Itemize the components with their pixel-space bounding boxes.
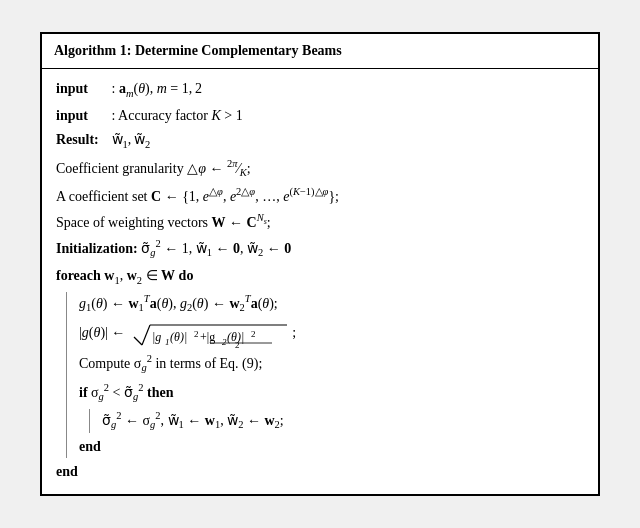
input-content-2: : Accuracy factor K > 1 <box>108 105 243 127</box>
if-text: if σg2 < σ̃g2 then <box>79 380 173 406</box>
algorithm-header: Algorithm 1: Determine Complementary Bea… <box>42 34 598 69</box>
svg-text:2: 2 <box>235 340 240 349</box>
keyword-input-1: input <box>56 78 108 100</box>
foreach-text: foreach w1, w2 ∈ W do <box>56 265 193 290</box>
svg-text:2: 2 <box>194 329 199 339</box>
line-weight-space: Space of weighting vectors W ← CNs; <box>56 209 584 235</box>
algorithm-title: Algorithm 1: Determine Complementary Bea… <box>54 43 342 58</box>
line-coeff-gran: Coefficient granularity △φ ← 2π⁄K; <box>56 155 584 183</box>
line-compute-sigma: Compute σg2 in terms of Eq. (9); <box>79 350 584 378</box>
line-if: if σg2 < σ̃g2 then <box>79 379 584 407</box>
if-bar <box>89 409 90 433</box>
end-if-text: end <box>79 436 101 458</box>
if-body-text: σ̃g2 ← σg2, w̃1 ← w1, w̃2 ← w2; <box>102 408 284 434</box>
svg-text:|g: |g <box>152 330 161 344</box>
end-foreach-text: end <box>56 461 78 483</box>
g1g2-text: g1(θ) ← w1Ta(θ), g2(θ) ← w2Ta(θ); <box>79 291 278 317</box>
init-text: Initialization: σ̃g2 ← 1, w̃1 ← 0, w̃2 ←… <box>56 236 291 262</box>
coeff-gran-text: Coefficient granularity △φ ← 2π⁄K; <box>56 156 251 182</box>
result-content: w̃1, w̃2 <box>108 129 150 154</box>
if-body-content: σ̃g2 ← σg2, w̃1 ← w1, w̃2 ← w2; <box>102 407 584 435</box>
svg-line-0 <box>134 337 142 345</box>
line-g1g2: g1(θ) ← w1Ta(θ), g2(θ) ← w2Ta(θ); <box>79 290 584 318</box>
foreach-body-content: g1(θ) ← w1Ta(θ), g2(θ) ← w2Ta(θ); |g(θ)|… <box>79 290 584 459</box>
svg-text:2: 2 <box>251 329 256 339</box>
line-if-body: σ̃g2 ← σg2, w̃1 ← w1, w̃2 ← w2; <box>102 407 584 435</box>
svg-text:1: 1 <box>165 337 170 347</box>
line-end-if: end <box>79 435 584 459</box>
algorithm-body: input : am(θ), m = 1, 2 input : Accuracy… <box>42 69 598 494</box>
line-input-1: input : am(θ), m = 1, 2 <box>56 77 584 104</box>
line-foreach: foreach w1, w2 ∈ W do <box>56 264 584 291</box>
line-end-foreach: end <box>56 460 584 484</box>
line-init: Initialization: σ̃g2 ← 1, w̃1 ← 0, w̃2 ←… <box>56 235 584 263</box>
coeff-set-text: A coefficient set C ← {1, e△φ, e2△φ, …, … <box>56 184 339 208</box>
keyword-result: Result: <box>56 129 108 151</box>
keyword-input-2: input <box>56 105 108 127</box>
foreach-body: g1(θ) ← w1Ta(θ), g2(θ) ← w2Ta(θ); |g(θ)|… <box>56 290 584 459</box>
svg-text:+|g: +|g <box>200 330 215 344</box>
foreach-bar <box>66 292 67 457</box>
algorithm-container: Algorithm 1: Determine Complementary Bea… <box>40 32 600 496</box>
svg-line-1 <box>142 325 150 345</box>
compute-sigma-text: Compute σg2 in terms of Eq. (9); <box>79 351 262 377</box>
absG-text: |g(θ)| ← |g 1 (θ)| 2 +|g 2 ( <box>79 319 296 349</box>
line-absG: |g(θ)| ← |g 1 (θ)| 2 +|g 2 ( <box>79 318 584 350</box>
input-content-1: : am(θ), m = 1, 2 <box>108 78 202 103</box>
if-body: σ̃g2 ← σg2, w̃1 ← w1, w̃2 ← w2; <box>79 407 584 435</box>
weight-space-text: Space of weighting vectors W ← CNs; <box>56 210 271 234</box>
svg-text:(θ)|: (θ)| <box>170 330 187 344</box>
sqrt-svg: |g 1 (θ)| 2 +|g 2 (θ)| 2 2 <box>132 319 292 349</box>
line-result: Result: w̃1, w̃2 <box>56 128 584 155</box>
line-input-2: input : Accuracy factor K > 1 <box>56 104 584 128</box>
line-coeff-set: A coefficient set C ← {1, e△φ, e2△φ, …, … <box>56 183 584 209</box>
